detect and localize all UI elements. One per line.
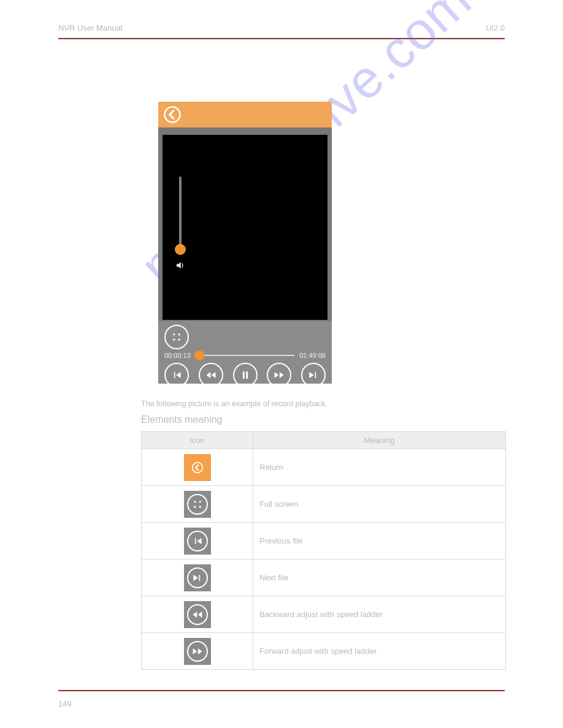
player-controls: 00:00:13 01:49:08 (158, 321, 332, 384)
meaning-cell: Return (253, 449, 506, 486)
table-row: Backward adjust with speed ladder (142, 596, 506, 633)
col-icon: Icon (142, 432, 253, 449)
svg-point-9 (199, 501, 201, 502)
backward-speed-icon (184, 601, 211, 628)
seek-thumb[interactable] (194, 351, 204, 360)
playback-player: 00:00:13 01:49:08 (158, 102, 332, 384)
time-total: 01:49:08 (299, 352, 326, 359)
forward-button[interactable] (267, 363, 291, 387)
time-current: 00:00:13 (164, 352, 191, 359)
table-row: Next file (142, 559, 506, 596)
speaker-icon[interactable] (175, 260, 186, 273)
table-row: Full screen (142, 486, 506, 523)
svg-point-1 (173, 333, 175, 335)
table-row: Forward adjust with speed ladder (142, 633, 506, 670)
forward-speed-icon (184, 638, 211, 665)
header-left: NVR User Manual (58, 23, 123, 32)
svg-point-4 (178, 339, 180, 341)
pause-button[interactable] (233, 363, 258, 387)
return-icon (184, 454, 211, 481)
col-meaning: Meaning (253, 432, 506, 449)
next-file-button[interactable] (301, 363, 326, 387)
prev-file-icon (184, 528, 211, 555)
elements-table: Icon Meaning Return Full screen Previous… (141, 431, 506, 670)
prev-file-button[interactable] (164, 363, 189, 387)
svg-point-11 (199, 506, 201, 507)
meaning-cell: Backward adjust with speed ladder (253, 596, 506, 633)
svg-rect-6 (246, 371, 248, 379)
divider-bottom (58, 690, 505, 691)
playback-note: The following picture is an example of r… (141, 400, 327, 408)
volume-thumb[interactable] (175, 244, 186, 255)
seek-bar[interactable] (196, 355, 294, 356)
meaning-cell: Forward adjust with speed ladder (253, 633, 506, 670)
table-row: Return (142, 449, 506, 486)
table-row: Previous file (142, 523, 506, 559)
video-area (163, 135, 327, 320)
svg-point-3 (173, 339, 175, 341)
header-right: UI2.0 (486, 23, 505, 32)
rewind-button[interactable] (199, 363, 223, 387)
back-icon[interactable] (163, 105, 182, 124)
divider-top (58, 38, 505, 39)
elements-heading: Elements meaning (141, 414, 223, 425)
meaning-cell: Next file (253, 559, 506, 596)
svg-rect-5 (242, 371, 244, 379)
meaning-cell: Full screen (253, 486, 506, 523)
meaning-cell: Previous file (253, 523, 506, 559)
svg-point-7 (192, 462, 202, 472)
svg-point-8 (194, 501, 196, 502)
next-file-icon (184, 564, 211, 591)
svg-point-2 (178, 333, 180, 335)
svg-point-0 (165, 107, 180, 123)
fullscreen-icon (184, 491, 211, 518)
player-titlebar (158, 102, 332, 127)
fullscreen-button[interactable] (164, 325, 189, 349)
page-number: 149 (58, 699, 72, 708)
svg-point-10 (194, 506, 196, 507)
volume-slider[interactable] (171, 173, 190, 277)
